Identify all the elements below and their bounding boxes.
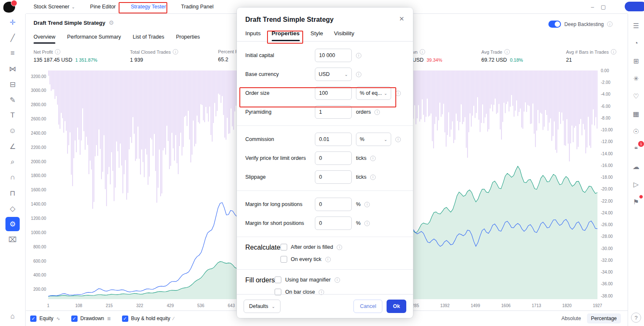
brush-tool[interactable]: ✎	[5, 93, 20, 107]
header-tab-pine-editor[interactable]: Pine Editor	[83, 0, 123, 13]
legend-item-equity[interactable]: ✓Equity∿	[30, 316, 60, 322]
x-axis-label: 1927	[590, 303, 605, 308]
badge: 1	[638, 141, 644, 147]
verify-price-input[interactable]	[315, 151, 352, 165]
dialog-tab-style[interactable]: Style	[311, 30, 323, 41]
y-axis-right-label: -34.00	[601, 270, 613, 274]
commission-input[interactable]	[315, 133, 352, 146]
y-axis-left-label: 2000.00	[29, 159, 46, 164]
measure-tool[interactable]: ∠	[5, 139, 20, 154]
row-pyramiding: Pyramiding orders i	[245, 105, 405, 119]
dialog-tab-visibility[interactable]: Visibility	[334, 30, 355, 41]
tab-overview[interactable]: Overview	[34, 34, 55, 44]
legend-item-buy-hold-equity[interactable]: ✓Buy & hold equity∕	[122, 316, 174, 322]
bar-magnifier-checkbox[interactable]	[275, 276, 281, 283]
equity-curve-icon: ∿	[56, 316, 60, 321]
promo-pill[interactable]	[625, 2, 644, 11]
drawdown-bars-icon: ≣	[107, 316, 111, 321]
checkbox-checked[interactable]: ✓	[122, 316, 128, 322]
defaults-button[interactable]: Defaults⌄	[244, 300, 280, 313]
deep-backtesting-toggle[interactable]	[548, 21, 561, 28]
y-axis-right-label: -8.00	[601, 116, 610, 120]
trendline-tool[interactable]: ╱	[5, 31, 20, 45]
header-tab-stock-screener[interactable]: Stock Screener⌄	[26, 0, 83, 13]
watchlist-icon[interactable]: ☰	[630, 20, 642, 31]
dialog-tab-inputs[interactable]: Inputs	[245, 30, 261, 41]
row-base-currency: Base currency USD⌄ i	[245, 68, 405, 81]
chevron-down-icon: ⌄	[71, 5, 75, 9]
home-icon[interactable]: ⌂	[5, 310, 20, 323]
tab-list-of-trades[interactable]: List of Trades	[133, 34, 164, 44]
strategy-settings-gear-icon[interactable]: ⚙	[109, 19, 114, 26]
y-axis-right-label: -26.00	[601, 222, 613, 227]
tradingview-app: Stock Screener⌄Pine EditorStrategy Teste…	[0, 0, 644, 326]
margin-long-input[interactable]	[315, 198, 352, 211]
magic-tool[interactable]: ⚙	[5, 217, 20, 231]
row-fill-orders: Fill orders Using bar magnifier i On bar…	[245, 276, 405, 295]
minimize-window-icon[interactable]: –	[591, 4, 594, 10]
slippage-input[interactable]	[315, 170, 352, 184]
emoji-tool[interactable]: ☺	[5, 124, 20, 138]
y-axis-left-label: 2400.00	[29, 131, 46, 136]
y-axis-left-label: 1800.00	[29, 173, 46, 178]
info-icon: i	[374, 110, 380, 115]
tradingview-logo[interactable]	[3, 1, 17, 13]
notifications-icon[interactable]: ⚑	[630, 196, 642, 208]
crosshair-tool[interactable]: ✛	[5, 15, 20, 29]
help-button[interactable]: ?	[631, 313, 641, 323]
header-tab-strategy-tester[interactable]: Strategy Tester	[123, 0, 174, 13]
cancel-button[interactable]: Cancel	[353, 300, 382, 313]
recalc-every-tick-checkbox[interactable]	[280, 256, 287, 263]
line-icon: ∕	[173, 316, 174, 321]
remove-drawings-tool[interactable]: ⌧	[5, 232, 20, 247]
y-axis-left-label: 1200.00	[29, 216, 46, 221]
magnet-tool[interactable]: ∩	[5, 170, 20, 185]
checkbox-checked[interactable]: ✓	[71, 316, 78, 322]
drawing-toolbar: ✛╱≡⋈⊟✎T☺∠⌕∩⊓◇⚙⌧ ⌂	[0, 14, 26, 326]
x-axis-label: 536	[194, 303, 208, 308]
ideas-icon[interactable]: ☉	[630, 125, 642, 137]
recalc-after-order-checkbox[interactable]	[280, 244, 287, 250]
stat-avg-trade: Avg Tradei 69.72 USD0.18%	[481, 49, 523, 63]
header-tab-label: Strategy Tester	[131, 4, 166, 10]
divider	[237, 269, 413, 270]
checkbox-checked[interactable]: ✓	[30, 316, 36, 322]
base-currency-select[interactable]: USD⌄	[315, 68, 352, 81]
info-icon: i	[335, 277, 340, 283]
public-chat-icon[interactable]: ☁	[630, 161, 642, 172]
initial-capital-input[interactable]	[315, 49, 352, 62]
data-window-icon[interactable]: ⊞	[630, 55, 642, 67]
dialog-tab-properties[interactable]: Properties	[272, 30, 300, 41]
legend-item-drawdown[interactable]: ✓Drawdown≣	[71, 316, 111, 322]
scale-option-percentage[interactable]: Percentage	[587, 313, 621, 323]
ok-button[interactable]: Ok	[387, 300, 406, 313]
chat-icon[interactable]: ❝1	[630, 143, 642, 155]
y-axis-left-label: 1000.00	[29, 230, 46, 235]
tab-properties[interactable]: Properties	[176, 34, 200, 44]
lock-tool[interactable]: ⊓	[5, 186, 20, 200]
minds-icon[interactable]: ♡	[630, 90, 642, 102]
y-axis-right-label: 0.00	[601, 68, 609, 73]
order-size-unit-select[interactable]: % of eq...⌄	[356, 86, 391, 100]
zoom-tool[interactable]: ⌕	[5, 155, 20, 169]
y-axis-left-label: 800.00	[29, 245, 46, 249]
header-tab-trading-panel[interactable]: Trading Panel	[174, 0, 221, 13]
restore-window-icon[interactable]: ▢	[601, 4, 606, 10]
fib-retracement-tool[interactable]: ≡	[5, 46, 20, 60]
scale-option-absolute[interactable]: Absolute	[557, 313, 585, 323]
alerts-icon[interactable]: ◔	[630, 37, 642, 49]
calendar-icon[interactable]: ▦	[630, 108, 642, 120]
close-icon[interactable]: ✕	[396, 13, 407, 24]
xabcd-pattern-tool[interactable]: ⋈	[5, 62, 20, 76]
commission-unit-select[interactable]: %⌄	[356, 133, 391, 146]
margin-short-input[interactable]	[315, 216, 352, 230]
order-size-input[interactable]	[315, 86, 352, 100]
row-slippage: Slippage ticks i	[245, 170, 405, 184]
text-tool[interactable]: T	[5, 108, 20, 123]
hotlists-icon[interactable]: ✳	[630, 73, 642, 84]
tab-performance-summary[interactable]: Performance Summary	[67, 34, 121, 44]
projection-tool[interactable]: ⊟	[5, 77, 20, 91]
streams-icon[interactable]: ▷	[630, 178, 642, 190]
pyramiding-input[interactable]	[315, 105, 352, 119]
hide-drawings-tool[interactable]: ◇	[5, 201, 20, 216]
